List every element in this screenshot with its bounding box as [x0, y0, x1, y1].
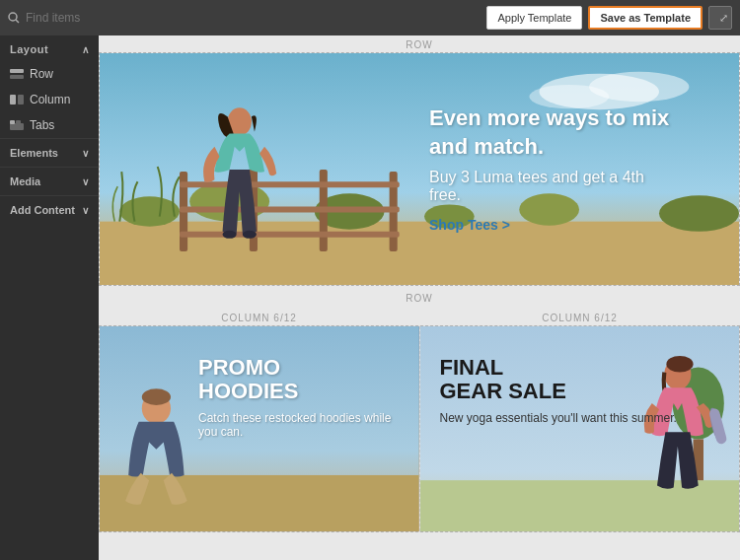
promo-description: Catch these restocked hoodies while you … [198, 411, 400, 439]
row-label: Row [30, 67, 53, 81]
media-chevron-icon: ∨ [82, 176, 89, 187]
search-area[interactable] [8, 11, 144, 25]
svg-rect-4 [10, 95, 16, 105]
top-buttons: Apply Template Save as Template ⤢ [486, 6, 732, 30]
media-section[interactable]: Media ∨ [0, 167, 99, 195]
add-content-label: Add Content [10, 204, 75, 216]
hero-banner: Even more ways to mix and match. Buy 3 L… [100, 53, 739, 285]
elements-chevron-icon: ∨ [82, 148, 89, 159]
media-label: Media [10, 175, 40, 187]
svg-point-29 [243, 231, 257, 239]
svg-rect-25 [180, 206, 400, 212]
svg-point-0 [9, 13, 17, 21]
svg-point-14 [119, 196, 180, 226]
svg-rect-6 [10, 123, 24, 130]
column-label: Column [30, 93, 70, 106]
sidebar-item-row[interactable]: Row [0, 61, 99, 87]
row-divider: ROW [99, 286, 740, 308]
bottom-row: PROMO HOODIES Catch these restocked hood… [99, 325, 740, 532]
search-icon [8, 12, 20, 24]
svg-rect-24 [180, 181, 400, 187]
hero-subheadline: Buy 3 Luma tees and get a 4th free. [429, 169, 676, 204]
promo-hoodies-text: PROMO HOODIES Catch these restocked hood… [100, 326, 419, 458]
row-icon [10, 67, 24, 81]
gear-sale-text: FINAL GEAR SALE New yoga essentials you'… [420, 326, 740, 445]
layout-label: Layout [10, 43, 48, 55]
canvas: ROW [99, 35, 740, 560]
row-label-bottom: ROW [259, 288, 580, 306]
add-content-chevron-icon: ∨ [82, 205, 89, 216]
gear-description: New yoga essentials you'll want this sum… [440, 411, 720, 425]
elements-label: Elements [10, 147, 58, 159]
col-headers: COLUMN 6/12 COLUMN 6/12 [99, 308, 740, 325]
topbar: Apply Template Save as Template ⤢ [0, 0, 740, 35]
tabs-icon [10, 118, 24, 132]
save-template-button[interactable]: Save as Template [588, 6, 703, 30]
svg-rect-8 [16, 120, 21, 124]
hero-headline: Even more ways to mix and match. [429, 105, 676, 161]
add-content-section[interactable]: Add Content ∨ [0, 195, 99, 224]
svg-rect-7 [10, 120, 15, 124]
chevron-up-icon: ∧ [82, 44, 90, 55]
sidebar: Layout ∧ Row Column Tabs Elements ∨ [0, 35, 99, 560]
svg-line-1 [16, 20, 19, 23]
svg-rect-2 [10, 69, 24, 73]
col-header-left: COLUMN 6/12 [99, 308, 419, 325]
svg-rect-3 [10, 75, 24, 79]
svg-rect-5 [18, 95, 24, 105]
tabs-label: Tabs [30, 118, 54, 132]
row-label-top: ROW [99, 35, 740, 52]
column-icon [10, 93, 24, 106]
gear-title: FINAL GEAR SALE [440, 356, 720, 403]
promo-title: PROMO HOODIES [198, 356, 400, 403]
elements-section[interactable]: Elements ∨ [0, 138, 99, 167]
col-header-right: COLUMN 6/12 [419, 308, 740, 325]
hero-row: Even more ways to mix and match. Buy 3 L… [99, 52, 740, 286]
svg-point-28 [223, 231, 237, 239]
expand-button[interactable]: ⤢ [708, 6, 732, 30]
hero-text-block: Even more ways to mix and match. Buy 3 L… [419, 85, 696, 253]
sidebar-item-tabs[interactable]: Tabs [0, 112, 99, 138]
main-layout: Layout ∧ Row Column Tabs Elements ∨ [0, 35, 740, 560]
gear-sale-col: FINAL GEAR SALE New yoga essentials you'… [419, 326, 740, 531]
svg-rect-26 [180, 232, 400, 238]
shop-tees-link[interactable]: Shop Tees > [429, 217, 510, 233]
apply-template-button[interactable]: Apply Template [486, 6, 582, 30]
promo-hoodies-col: PROMO HOODIES Catch these restocked hood… [100, 326, 419, 531]
layout-section-header: Layout ∧ [0, 35, 99, 61]
sidebar-item-column[interactable]: Column [0, 87, 99, 112]
search-input[interactable] [26, 11, 144, 25]
